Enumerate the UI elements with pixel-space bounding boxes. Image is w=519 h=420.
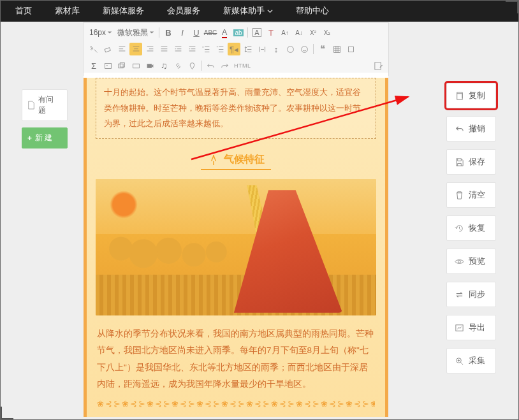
- magnify-icon: [455, 356, 464, 366]
- font-color-button[interactable]: A: [218, 26, 231, 39]
- undo-label: 撤销: [469, 123, 485, 134]
- font-family-value: 微软雅黑: [117, 27, 148, 38]
- text-direction-button[interactable]: ↕: [270, 43, 282, 55]
- file-icon: [27, 101, 35, 110]
- nav-member[interactable]: 会员服务: [156, 0, 212, 22]
- save-label: 保存: [469, 156, 485, 168]
- page-bg-button[interactable]: [344, 43, 357, 55]
- section-heading[interactable]: 气候特征: [87, 153, 385, 170]
- ordered-list-button[interactable]: 1: [200, 43, 212, 55]
- gallery-button[interactable]: [115, 59, 128, 72]
- svg-point-15: [458, 260, 461, 263]
- new-label: 新 建: [35, 133, 52, 143]
- align-right-button[interactable]: [143, 43, 156, 55]
- indent-decrease-button[interactable]: [172, 43, 184, 55]
- clear-format-button[interactable]: [101, 43, 114, 55]
- nav-home[interactable]: 首页: [4, 0, 43, 22]
- save-button[interactable]: 保存: [446, 149, 496, 175]
- layers-icon: [347, 45, 355, 54]
- align-center-button[interactable]: [129, 43, 142, 55]
- font-increase-button[interactable]: A↑: [279, 26, 291, 39]
- format-paint-icon: [90, 45, 98, 54]
- link-icon: [174, 62, 182, 70]
- preview-label: 预览: [469, 256, 485, 267]
- sync-button[interactable]: 同步: [446, 282, 496, 307]
- export-button[interactable]: 导出: [446, 315, 496, 340]
- redo-button[interactable]: [218, 59, 231, 72]
- svg-rect-6: [348, 47, 353, 52]
- sigma-button[interactable]: Σ: [87, 59, 100, 72]
- anchor-button[interactable]: [186, 59, 198, 72]
- paragraph-mark-button[interactable]: ¶◂: [228, 43, 240, 55]
- undo-button[interactable]: [204, 59, 217, 72]
- format-paint-button[interactable]: [87, 43, 100, 55]
- html-button[interactable]: HTML: [232, 59, 253, 72]
- new-button[interactable]: + 新 建: [22, 127, 68, 148]
- map-pin-icon: [188, 62, 196, 70]
- clear-button[interactable]: 清空: [446, 182, 496, 208]
- letter-spacing-button[interactable]: [256, 43, 268, 55]
- save-icon: [455, 157, 464, 167]
- audio-button[interactable]: ♫: [157, 59, 170, 72]
- undo-action-button[interactable]: 撤销: [446, 116, 496, 141]
- subscript-button[interactable]: X₂: [321, 26, 333, 39]
- text-block-selected[interactable]: 十月的起始。这个时节气温显著升高、雨量充沛、空气湿度大，适宜谷类作物耕种。时至芒…: [96, 78, 376, 139]
- clear-label: 清空: [469, 189, 485, 201]
- copy-icon: [455, 91, 464, 101]
- table-button[interactable]: [330, 43, 343, 55]
- svg-rect-10: [120, 62, 124, 67]
- nav-service[interactable]: 新媒体服务: [91, 0, 156, 22]
- strikethrough-button[interactable]: ABC: [204, 26, 217, 39]
- undo-arrow-icon: [455, 124, 464, 134]
- italic-button[interactable]: I: [176, 26, 189, 39]
- nav-library[interactable]: 素材库: [43, 0, 91, 22]
- font-family-select[interactable]: 微软雅黑: [115, 27, 156, 38]
- line-height-button[interactable]: [242, 43, 254, 55]
- paragraph-text[interactable]: 从降水的季节分布状况来看，我国的南方地区属典型的雨热同期。芒种节气，我国北方地区…: [97, 326, 375, 393]
- align-left-button[interactable]: [115, 43, 128, 55]
- underline-button[interactable]: U: [190, 26, 203, 39]
- chevron-down-icon: [267, 8, 273, 14]
- copy-button[interactable]: 复制: [446, 83, 496, 108]
- video-button[interactable]: [143, 59, 156, 72]
- sync-label: 同步: [469, 289, 485, 300]
- issue-button[interactable]: 有问题: [22, 89, 68, 121]
- restore-button[interactable]: 恢复: [446, 215, 496, 241]
- svg-rect-14: [457, 93, 462, 99]
- link-button[interactable]: [172, 59, 184, 72]
- heading-text: 气候特征: [224, 153, 265, 166]
- article-image[interactable]: [96, 179, 376, 315]
- svg-rect-5: [333, 46, 340, 52]
- image-icon: [104, 62, 112, 70]
- quote-button[interactable]: ❝: [316, 43, 329, 55]
- bold-button[interactable]: B: [162, 26, 175, 39]
- nav-help[interactable]: 帮助中心: [284, 0, 340, 22]
- background-button[interactable]: [284, 43, 296, 55]
- collect-label: 采集: [469, 355, 485, 366]
- card-icon: [132, 62, 140, 70]
- card-button[interactable]: [129, 59, 142, 72]
- decorative-divider: ❀⊰⊱❀⊰⊱❀⊰⊱❀⊰⊱❀⊰⊱❀⊰⊱❀⊰⊱❀⊰⊱❀⊰⊱❀⊰⊱❀⊰⊱❀⊰⊱❀: [97, 399, 375, 409]
- editor-canvas[interactable]: 十月的起始。这个时节气温显著升高、雨量充沛、空气湿度大，适宜谷类作物耕种。时至芒…: [84, 73, 388, 417]
- superscript-button[interactable]: X²: [307, 26, 319, 39]
- indent-increase-icon: [188, 45, 196, 54]
- image-button[interactable]: [101, 59, 114, 72]
- text-color-button[interactable]: T: [265, 26, 277, 39]
- eraser-icon: [104, 45, 112, 54]
- font-box-button[interactable]: A: [251, 26, 263, 39]
- indent-increase-button[interactable]: [186, 43, 198, 55]
- emoji-button[interactable]: [298, 43, 311, 55]
- font-size-select[interactable]: 16px: [87, 28, 114, 37]
- svg-rect-7: [105, 63, 111, 68]
- align-justify-button[interactable]: [157, 43, 170, 55]
- nav-assistant[interactable]: 新媒体助手: [212, 0, 284, 22]
- svg-text:1: 1: [202, 45, 204, 48]
- sync-icon: [455, 290, 464, 300]
- edit-template-button[interactable]: [372, 59, 384, 72]
- preview-button[interactable]: 预览: [446, 249, 496, 274]
- font-decrease-button[interactable]: A↓: [293, 26, 305, 39]
- edit-page-icon: [374, 61, 383, 71]
- unordered-list-button[interactable]: [214, 43, 226, 55]
- highlight-button[interactable]: ab: [232, 26, 245, 39]
- collect-button[interactable]: 采集: [446, 348, 496, 373]
